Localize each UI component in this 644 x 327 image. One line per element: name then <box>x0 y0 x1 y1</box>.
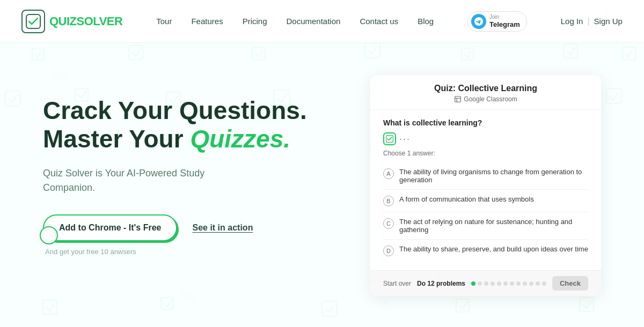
header: QUIZSOLVER Tour Features Pricing Documen… <box>0 0 644 43</box>
nav-blog[interactable]: Blog <box>418 17 434 26</box>
quiz-option-c[interactable]: C The act of relying on nature for suste… <box>383 212 588 239</box>
login-link[interactable]: Log In <box>561 17 583 26</box>
nav-tour[interactable]: Tour <box>156 17 172 26</box>
option-text-a: The ability of living organisms to chang… <box>399 168 588 184</box>
progress-dot-9 <box>523 281 527 286</box>
svg-rect-31 <box>455 96 461 102</box>
option-text-d: The ability to share, preserve, and buil… <box>399 245 588 253</box>
quiz-body: What is collective learning? ··· Choose … <box>370 110 601 270</box>
nav-contact[interactable]: Contact us <box>360 17 398 26</box>
problems-label: Do 12 problems <box>417 280 465 287</box>
check-button[interactable]: Check <box>552 276 588 291</box>
thinking-icon <box>383 132 396 145</box>
hero-title-line1: Crack Your Questions. <box>43 96 307 124</box>
progress-dot-3 <box>484 281 488 286</box>
progress-dots <box>471 281 546 286</box>
quiz-source-label: Google Classroom <box>464 95 517 103</box>
auth-separator: | <box>587 17 589 26</box>
nav-pricing[interactable]: Pricing <box>243 17 267 26</box>
quiz-title: Quiz: Collective Learning <box>383 84 588 93</box>
progress-dot-12 <box>542 281 546 286</box>
hero-section: Crack Your Questions. Master Your Quizze… <box>43 75 338 256</box>
thinking-dots: ··· <box>399 133 411 145</box>
logo-quiz: QUIZ <box>49 14 77 28</box>
logo-solver: SOLVER <box>77 14 123 28</box>
logo-text: QUIZSOLVER <box>49 14 122 28</box>
hero-title: Crack Your Questions. Master Your Quizze… <box>43 96 338 153</box>
progress-dot-10 <box>529 281 533 286</box>
progress-dot-4 <box>491 281 495 286</box>
cta-row: Add to Chrome - It's Free See it in acti… <box>43 214 338 241</box>
logo[interactable]: QUIZSOLVER <box>21 10 122 33</box>
logo-icon <box>21 10 45 33</box>
quiz-card: Quiz: Collective Learning Google Classro… <box>370 75 601 296</box>
progress-dot-11 <box>536 281 540 286</box>
signup-link[interactable]: Sign Up <box>594 17 623 26</box>
quiz-options: A The ability of living organisms to cha… <box>383 162 588 262</box>
hero-title-highlight: Quizzes. <box>190 125 290 153</box>
main-nav: Tour Features Pricing Documentation Cont… <box>156 17 434 26</box>
nav-features[interactable]: Features <box>191 17 223 26</box>
option-letter-c: C <box>383 218 394 229</box>
progress-dot-2 <box>478 281 482 286</box>
telegram-label: Join Telegram <box>489 14 520 29</box>
telegram-icon <box>471 14 486 29</box>
start-over-label: Start over <box>383 280 411 287</box>
progress-dot-6 <box>503 281 508 286</box>
hero-subtitle: Quiz Solver is Your AI-Powered Study Com… <box>43 166 247 195</box>
option-letter-d: D <box>383 246 394 256</box>
telegram-join: Join <box>489 14 520 20</box>
option-text-c: The act of relying on nature for sustena… <box>399 218 588 234</box>
quiz-preview: Quiz: Collective Learning Google Classro… <box>370 75 601 296</box>
see-in-action-button[interactable]: See it in action <box>192 223 253 233</box>
quiz-source: Google Classroom <box>383 95 588 103</box>
option-letter-b: B <box>383 196 394 206</box>
quiz-question: What is collective learning? <box>383 118 588 127</box>
progress-dot-5 <box>497 281 501 286</box>
main-content: Crack Your Questions. Master Your Quizze… <box>0 43 644 327</box>
option-letter-a: A <box>383 168 394 179</box>
progress-dot-8 <box>516 281 521 286</box>
progress-dot-1 <box>471 281 475 286</box>
auth-links: Log In | Sign Up <box>561 17 623 26</box>
choose-label: Choose 1 answer: <box>383 150 588 157</box>
quiz-option-d[interactable]: D The ability to share, preserve, and bu… <box>383 239 588 262</box>
quiz-header: Quiz: Collective Learning Google Classro… <box>370 75 601 110</box>
quiz-footer: Start over Do 12 problems Check <box>370 270 601 296</box>
progress-dot-7 <box>510 281 514 286</box>
hero-title-line2-plain: Master Your <box>43 125 190 153</box>
quiz-thinking: ··· <box>383 132 588 145</box>
telegram-name: Telegram <box>489 20 520 29</box>
quiz-option-b[interactable]: B A form of communication that uses symb… <box>383 189 588 212</box>
telegram-badge[interactable]: Join Telegram <box>467 11 527 32</box>
cta-note: And get your free 10 anwsers <box>45 248 338 256</box>
nav-documentation[interactable]: Documentation <box>287 17 341 26</box>
quiz-option-a[interactable]: A The ability of living organisms to cha… <box>383 162 588 189</box>
add-to-chrome-button[interactable]: Add to Chrome - It's Free <box>43 214 177 241</box>
option-text-b: A form of communication that uses symbol… <box>399 195 534 203</box>
